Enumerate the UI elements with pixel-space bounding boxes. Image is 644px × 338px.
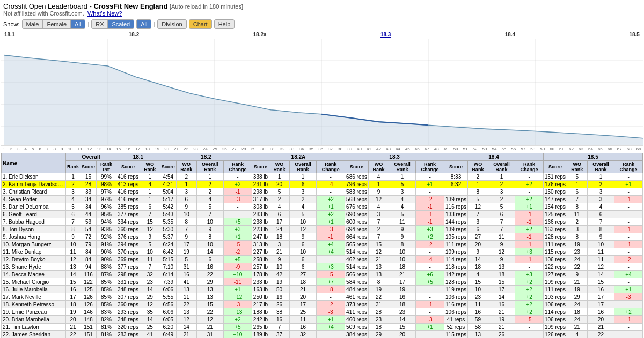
- help-button[interactable]: Help: [214, 19, 235, 29]
- cell-185-orrank: 8: [587, 226, 614, 233]
- cell-pct: 85%: [97, 301, 116, 308]
- cell-182a-rc: -1: [317, 233, 345, 241]
- cell-183-score: 566 reps: [345, 271, 369, 278]
- cell-183-orrank: 18: [389, 263, 415, 271]
- cell-score: 151: [80, 331, 97, 339]
- cell-182-orrank: 7: [196, 211, 223, 218]
- cell-181-score: 416 reps: [116, 173, 140, 181]
- gender-female-button[interactable]: Female: [43, 20, 71, 28]
- cell-182-score: 6:24: [160, 241, 176, 248]
- all-button[interactable]: All: [136, 19, 151, 29]
- cell-183-score: 796 reps: [345, 181, 369, 188]
- cell-rank: 5: [66, 203, 80, 211]
- scaled-button[interactable]: Scaled: [108, 20, 134, 28]
- cell-185-worank: 19: [567, 241, 587, 248]
- cell-185-score: 166 reps: [543, 218, 567, 226]
- cell-184-rc: -1: [515, 211, 544, 218]
- cell-182-score: 6:06: [160, 308, 176, 316]
- table-row: 13. Shane Hyde 13 94 88% 377 reps 7 7:10…: [2, 263, 643, 271]
- cell-182-orrank: 13: [196, 286, 223, 293]
- cell-181-worank: 6: [140, 203, 160, 211]
- division-button[interactable]: Division: [157, 19, 187, 29]
- cell-182-orrank: 14: [196, 248, 223, 256]
- cell-181-worank: 1: [140, 173, 160, 181]
- cell-181-worank: 35: [140, 308, 160, 316]
- cell-182a-rc: -: [317, 293, 345, 301]
- cell-185-worank: 2: [567, 218, 587, 226]
- cell-185-orrank: 7: [587, 218, 614, 226]
- cell-182-orrank: 21: [196, 324, 223, 331]
- cell-185-rc: -: [614, 188, 643, 196]
- cell-182-rc: +2: [224, 316, 252, 324]
- cell-182a-rc: -4: [317, 181, 345, 188]
- cell-182-worank: 13: [176, 308, 196, 316]
- cell-183-rc: +2: [416, 233, 444, 241]
- cell-185-score: 127 reps: [543, 271, 567, 278]
- cell-185-rc: -1: [614, 241, 643, 248]
- table-row: 20. Brian Marobella 20 148 82% 348 reps …: [2, 316, 643, 324]
- cell-184-worank: 6: [467, 226, 488, 233]
- cell-184-rc: +3: [515, 271, 544, 278]
- cell-183-rc: -1: [416, 301, 444, 308]
- cell-183-orrank: 18: [389, 301, 415, 308]
- whats-new-link[interactable]: What's New?: [87, 10, 122, 17]
- leaderboard: Name Overall 18.1 18.2 18.2A 18.3 18.4 1…: [1, 153, 643, 338]
- cell-185-worank: 22: [567, 263, 587, 271]
- cell-182-score: 5:37: [160, 233, 176, 241]
- cell-185-orrank: 12: [587, 263, 614, 271]
- cell-183-orrank: 17: [389, 278, 415, 286]
- cell-185-score: 122 reps: [543, 263, 567, 271]
- cell-185-orrank: 14: [587, 271, 614, 278]
- cell-182-rc: -3: [224, 196, 252, 203]
- cell-183-worank: 15: [369, 241, 389, 248]
- cell-182-score: 5:15: [160, 256, 176, 263]
- table-row: 18. Kenneth Petrasso 18 126 85% 360 reps…: [2, 301, 643, 308]
- separator-1: |: [87, 21, 89, 27]
- cell-185-orrank: 16: [587, 286, 614, 293]
- cell-rank: 1: [66, 173, 80, 181]
- gender-all-button[interactable]: All: [71, 20, 85, 28]
- cell-182-orrank: 2: [196, 188, 223, 196]
- cell-182a-score: 257 lb: [252, 263, 269, 271]
- cell-pct: 81%: [97, 331, 116, 339]
- cell-185-worank: 6: [567, 188, 587, 196]
- cell-score: 116: [80, 271, 97, 278]
- cell-185-rc: -: [614, 301, 643, 308]
- cell-182-rc: -2: [224, 248, 252, 256]
- table-row: 5. Daniel DeLomba 5 34 96% 385 reps 6 5:…: [2, 203, 643, 211]
- table-row: 17. Mark Neville 17 126 85% 307 reps 29 …: [2, 293, 643, 301]
- cell-185-score: 151 reps: [543, 173, 567, 181]
- cell-182-score: 5:42: [160, 203, 176, 211]
- cell-rank: 14: [66, 271, 80, 278]
- table-row: 8. Tori Dyson 8 54 93% 360 reps 12 5:30 …: [2, 226, 643, 233]
- cell-184-rc: +2: [515, 181, 544, 188]
- cell-182-worank: 12: [176, 316, 196, 324]
- cell-182-score: 6:06: [160, 286, 176, 293]
- cell-185-score: 109 reps: [543, 278, 567, 286]
- cell-184-score: 52 reps: [444, 324, 468, 331]
- cell-182a-rc: -3: [317, 226, 345, 233]
- cell-185-rc: -3: [614, 293, 643, 301]
- cell-183-orrank: 14: [389, 316, 415, 324]
- cell-182-worank: 3: [176, 188, 196, 196]
- rx-button[interactable]: RX: [92, 20, 108, 28]
- cell-182-worank: 14: [176, 324, 196, 331]
- cell-183-orrank: 10: [389, 248, 415, 256]
- gender-male-button[interactable]: Male: [23, 20, 43, 28]
- cell-184-rc: +1: [515, 203, 544, 211]
- cell-rank: 20: [66, 316, 80, 324]
- cell-184-orrank: 19: [488, 316, 515, 324]
- cell-183-orrank: 16: [389, 293, 415, 301]
- cell-185-orrank: 3: [587, 196, 614, 203]
- cell-181-score: 283 reps: [116, 331, 140, 339]
- cell-185-orrank: 20: [587, 316, 614, 324]
- chart-button[interactable]: Chart: [189, 19, 212, 29]
- cell-183-worank: 2: [369, 226, 389, 233]
- cell-184-score: 144 reps: [444, 218, 468, 226]
- cell-184-worank: 58: [467, 324, 488, 331]
- table-row: 16. Julie Marobella 16 125 85% 348 reps …: [2, 286, 643, 293]
- cell-185-orrank: 11: [587, 248, 614, 256]
- cell-182-worank: 21: [176, 331, 196, 339]
- cell-182-worank: 1: [176, 181, 196, 188]
- cell-name: 8. Tori Dyson: [2, 226, 66, 233]
